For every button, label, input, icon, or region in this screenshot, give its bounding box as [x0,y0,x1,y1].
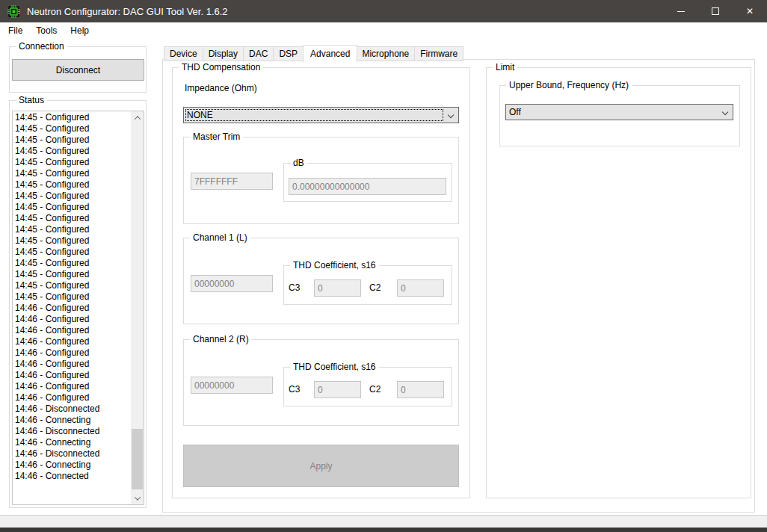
impedance-label: Impedance (Ohm) [185,83,257,94]
tab-display[interactable]: Display [203,46,244,61]
limit-title: Limit [493,62,517,73]
window-edge-strip [0,528,767,532]
scroll-down-button[interactable] [131,492,144,504]
status-list-item[interactable]: 14:45 - Configured [15,224,131,235]
chevron-down-icon [722,109,728,115]
status-list-item[interactable]: 14:45 - Configured [15,235,131,247]
window-title: Neutron Configurator: DAC GUI Tool Ver. … [27,6,228,17]
status-list-item[interactable]: 14:46 - Connecting [15,415,131,426]
status-list-item[interactable]: 14:46 - Configured [15,336,131,347]
master-trim-db-field [289,178,446,195]
status-list-item[interactable]: 14:46 - Disconnected [15,448,131,460]
tab-dsp[interactable]: DSP [274,46,304,61]
close-icon: ✕ [746,7,754,16]
tab-dac[interactable]: DAC [244,46,274,61]
scroll-up-button[interactable] [131,111,144,124]
status-list-item[interactable]: 14:45 - Configured [15,157,131,168]
status-list-item[interactable]: 14:46 - Connecting [15,460,131,471]
chevron-down-icon [134,494,140,500]
scrollbar-thumb[interactable] [132,429,143,489]
status-list-item[interactable]: 14:46 - Configured [15,347,131,359]
status-list-item[interactable]: 14:46 - Configured [15,381,131,392]
status-list-item[interactable]: 14:45 - Configured [15,247,131,258]
upper-bound-selected-value: Off [509,105,716,120]
status-list-item[interactable]: 14:45 - Configured [15,191,131,202]
status-list-item[interactable]: 14:45 - Configured [15,213,131,224]
status-list-item[interactable]: 14:45 - Configured [15,134,131,146]
master-trim-title: Master Trim [190,132,243,143]
status-list-item[interactable]: 14:46 - Configured [15,303,131,314]
connection-group-title: Connection [16,41,67,52]
channel2-c3-label: C3 [289,384,300,395]
status-list-item[interactable]: 14:45 - Configured [15,168,131,179]
disconnect-button[interactable]: Disconnect [12,59,144,81]
channel2-c2-field [397,381,444,398]
tab-firmware[interactable]: Firmware [415,46,463,61]
focus-rectangle [185,109,443,121]
channel2-c3-field [314,381,361,398]
status-list-item[interactable]: 14:46 - Configured [15,392,131,403]
status-list-item[interactable]: 14:46 - Configured [15,325,131,336]
status-list-item[interactable]: 14:45 - Configured [15,269,131,280]
upper-bound-title: Upper Bound, Frequency (Hz) [506,80,632,91]
chevron-up-icon [134,116,140,122]
status-list-item[interactable]: 14:45 - Configured [15,258,131,269]
status-list-item[interactable]: 14:46 - Configured [15,359,131,370]
status-list-item[interactable]: 14:45 - Configured [15,112,131,123]
thd-compensation-title: THD Compensation [179,62,263,73]
status-group-title: Status [16,95,47,106]
apply-button: Apply [183,445,459,487]
channel1-coeff-title: THD Coefficient, s16 [290,260,379,271]
menu-item-tools[interactable]: Tools [29,22,64,39]
status-list-item[interactable]: 14:45 - Configured [15,291,131,303]
status-list-item[interactable]: 14:46 - Connected [15,471,131,482]
status-listbox[interactable]: 14:45 - Configured14:45 - Configured14:4… [12,111,144,505]
status-scrollbar[interactable] [131,111,144,504]
status-list-item[interactable]: 14:46 - Disconnected [15,403,131,415]
channel1-hex-field [191,275,273,292]
channel1-c3-label: C3 [289,282,300,294]
chevron-down-icon [448,112,454,118]
channel1-title: Channel 1 (L) [190,232,250,244]
status-list-item[interactable]: 14:45 - Configured [15,280,131,291]
status-list-item[interactable]: 14:45 - Configured [15,146,131,157]
status-list-item[interactable]: 14:46 - Connecting [15,437,131,448]
status-list-item[interactable]: 14:46 - Disconnected [15,426,131,437]
title-bar: Neutron Configurator: DAC GUI Tool Ver. … [0,0,767,22]
upper-bound-combobox[interactable]: Off [505,104,733,120]
master-trim-hex-field [191,173,273,190]
status-list-items: 14:45 - Configured14:45 - Configured14:4… [13,111,131,504]
menu-item-file[interactable]: File [1,22,29,39]
minimize-button[interactable] [664,0,698,22]
minimize-icon [677,11,685,12]
app-chip-icon [7,5,20,18]
status-list-item[interactable]: 14:45 - Configured [15,179,131,191]
tab-strip: DeviceDisplayDACDSPAdvancedMicrophoneFir… [164,43,463,61]
window-bottom-strip [0,515,767,528]
status-list-item[interactable]: 14:45 - Configured [15,123,131,134]
channel2-title: Channel 2 (R) [190,334,252,345]
menu-item-help[interactable]: Help [64,22,96,39]
window-controls: ✕ [664,0,767,22]
close-button[interactable]: ✕ [733,0,767,22]
db-title: dB [290,158,307,169]
channel1-c2-label: C2 [369,282,381,294]
tab-device[interactable]: Device [164,46,203,61]
impedance-combobox[interactable]: NONE [183,107,459,123]
tab-microphone[interactable]: Microphone [357,46,415,61]
channel2-coeff-title: THD Coefficient, s16 [290,362,379,373]
channel1-c2-field [397,279,444,297]
menu-bar: FileToolsHelp [0,22,767,39]
status-list-item[interactable]: 14:46 - Configured [15,314,131,325]
tab-advanced[interactable]: Advanced [303,45,357,63]
status-list-item[interactable]: 14:46 - Configured [15,370,131,381]
status-list-item[interactable]: 14:45 - Configured [15,202,131,213]
channel2-c2-label: C2 [369,384,381,395]
channel2-hex-field [191,377,273,394]
channel1-c3-field [314,279,361,297]
maximize-button[interactable] [698,0,733,22]
maximize-icon [712,7,719,15]
